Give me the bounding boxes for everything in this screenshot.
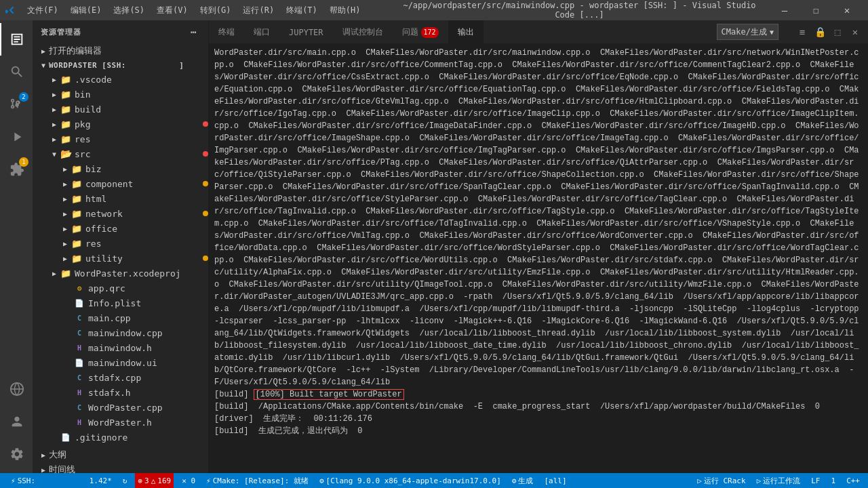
panel-list-icon[interactable]: ≡ bbox=[795, 24, 810, 39]
sidebar-item-mainwindow-h[interactable]: H mainwindow.h bbox=[33, 340, 208, 355]
statusbar-all[interactable]: [all] bbox=[541, 473, 569, 488]
menu-run[interactable]: 运行(R) bbox=[237, 3, 279, 18]
tab-debug-console[interactable]: 调试控制台 bbox=[333, 20, 393, 44]
accounts-activity-icon[interactable] bbox=[0, 405, 33, 438]
sidebar-item-biz[interactable]: ▶ 📁 biz bbox=[33, 161, 208, 176]
tab-ports[interactable]: 端口 bbox=[244, 20, 279, 44]
sidebar-item-wordpaster-root[interactable]: ▼ WORDPASTER [SSH: ] bbox=[33, 58, 208, 72]
sidebar-item-open-editors[interactable]: ▶ 打开的编辑器 bbox=[33, 43, 208, 58]
panel-lock-icon[interactable]: 🔒 bbox=[812, 24, 827, 39]
statusbar-run-crack[interactable]: ▷ 运行 CRack bbox=[694, 473, 748, 488]
statusbar-sync[interactable]: ↻ bbox=[120, 473, 130, 488]
modified-dot bbox=[203, 181, 208, 186]
sidebar-item-html[interactable]: ▶ 📁 html bbox=[33, 191, 208, 206]
menu-edit[interactable]: 编辑(E) bbox=[65, 3, 107, 18]
close-button[interactable]: ✕ bbox=[831, 0, 863, 20]
statusbar-all-label: [all] bbox=[544, 476, 566, 485]
run-activity-icon[interactable] bbox=[0, 121, 33, 153]
warning-icon: △ bbox=[151, 476, 156, 485]
statusbar-run-workflow[interactable]: ▷ 运行工作流 bbox=[754, 473, 804, 488]
source-control-activity-icon[interactable]: 2 bbox=[0, 88, 33, 121]
sidebar-item-stdafx-h[interactable]: H stdafx.h bbox=[33, 385, 208, 400]
menu-view[interactable]: 查看(V) bbox=[151, 3, 193, 18]
statusbar-lf-label: LF bbox=[811, 476, 820, 485]
sidebar-item-outline[interactable]: ▶ 大纲 bbox=[33, 447, 208, 462]
menu-help[interactable]: 帮助(H) bbox=[324, 3, 366, 18]
sidebar-item-wordpaster-h[interactable]: H WordPaster.h bbox=[33, 415, 208, 430]
sidebar-item-gitignore[interactable]: 📄 .gitignore bbox=[33, 430, 208, 445]
cmake-status-icon: ⚡ bbox=[206, 476, 211, 485]
cmake-dropdown[interactable]: CMake/生成 ▼ bbox=[717, 24, 778, 40]
tab-terminal-label: 终端 bbox=[218, 26, 235, 38]
statusbar-ssh[interactable]: ⚡ SSH: bbox=[5, 473, 81, 488]
sidebar-item-app-qrc[interactable]: ⚙ app.qrc bbox=[33, 281, 208, 296]
sidebar-item-network[interactable]: ▶ 📁 network bbox=[33, 206, 208, 221]
sidebar-item-vscode[interactable]: ▶ 📁 .vscode bbox=[33, 72, 208, 87]
sync-icon: ↻ bbox=[123, 476, 127, 485]
sidebar-item-res-root[interactable]: ▶ 📁 res bbox=[33, 131, 208, 146]
settings-activity-icon[interactable] bbox=[0, 438, 33, 470]
folder-icon: 📁 bbox=[60, 103, 72, 115]
tab-output[interactable]: 输出 bbox=[448, 20, 484, 44]
statusbar-cmake-status[interactable]: ⚡ CMake: [Release]: 就绪 bbox=[203, 473, 311, 488]
minimize-button[interactable]: — bbox=[769, 0, 800, 20]
sidebar-item-wordpaster-cpp[interactable]: C WordPaster.cpp bbox=[33, 400, 208, 415]
extensions-activity-icon[interactable]: 1 bbox=[0, 153, 33, 186]
sidebar-item-src[interactable]: ▼ 📂 src bbox=[33, 146, 208, 161]
output-panel[interactable]: WordPaster.dir/src/main.cpp.o CMakeFiles… bbox=[209, 44, 868, 473]
no-arrow bbox=[62, 342, 73, 353]
statusbar-clang-label: [Clang 9.0.0 x86_64-apple-darwin17.0.0] bbox=[326, 476, 501, 485]
sidebar-item-info-plist[interactable]: 📄 Info.plist bbox=[33, 296, 208, 310]
sidebar-item-main-cpp[interactable]: C main.cpp bbox=[33, 310, 208, 325]
sidebar-item-mainwindow-ui[interactable]: 📄 mainwindow.ui bbox=[33, 355, 208, 370]
tab-output-label: 输出 bbox=[458, 26, 474, 38]
sidebar-item-res[interactable]: ▶ 📁 res bbox=[33, 236, 208, 251]
sidebar-item-xcodeproj[interactable]: ▶ 📁 WordPaster.xcodeproj bbox=[33, 266, 208, 281]
no-arrow bbox=[62, 417, 73, 428]
statusbar-line-col[interactable]: 1 bbox=[829, 473, 839, 488]
statusbar-no-errors[interactable]: ✕ 0 bbox=[179, 473, 198, 488]
folder-icon: 📁 bbox=[71, 252, 83, 264]
menu-terminal[interactable]: 终端(T) bbox=[281, 3, 323, 18]
menu-file[interactable]: 文件(F) bbox=[22, 3, 64, 18]
component-label: component bbox=[85, 179, 200, 189]
new-file-icon[interactable]: ⋯ bbox=[188, 26, 200, 38]
tab-problems[interactable]: 问题 172 bbox=[393, 20, 448, 44]
build-label: build bbox=[75, 104, 208, 115]
sidebar-item-utility[interactable]: ▶ 📁 utility bbox=[33, 251, 208, 266]
statusbar-lf[interactable]: LF bbox=[808, 473, 823, 488]
titlebar: 文件(F) 编辑(E) 选择(S) 查看(V) 转到(G) 运行(R) 终端(T… bbox=[0, 0, 868, 20]
sidebar-item-pkg[interactable]: ▶ 📁 pkg bbox=[33, 117, 208, 131]
sidebar-item-stdafx-cpp[interactable]: C stdafx.cpp bbox=[33, 370, 208, 385]
sidebar-item-office[interactable]: ▶ 📁 office bbox=[33, 221, 208, 236]
panel-maximize-icon[interactable]: ⬚ bbox=[830, 24, 845, 39]
modified-dot bbox=[203, 121, 208, 127]
menu-goto[interactable]: 转到(G) bbox=[195, 3, 237, 18]
tab-terminal[interactable]: 终端 bbox=[209, 20, 244, 44]
statusbar-errors[interactable]: ⊗ 3 △ 169 bbox=[135, 473, 174, 488]
sidebar-item-bin[interactable]: ▶ 📁 bin bbox=[33, 87, 208, 102]
statusbar-clang[interactable]: ⚙ [Clang 9.0.0 x86_64-apple-darwin17.0.0… bbox=[317, 473, 504, 488]
maximize-button[interactable]: ☐ bbox=[800, 0, 831, 20]
error-icon: ⊗ bbox=[138, 476, 142, 485]
sidebar-item-component[interactable]: ▶ 📁 component bbox=[33, 176, 208, 191]
sidebar-item-timeline[interactable]: ▶ 时间线 bbox=[33, 462, 208, 473]
arrow-icon: ▶ bbox=[49, 268, 60, 279]
sidebar-item-mainwindow-cpp[interactable]: C mainwindow.cpp bbox=[33, 325, 208, 340]
arrow-icon: ▶ bbox=[49, 134, 60, 144]
menu-select[interactable]: 选择(S) bbox=[108, 3, 150, 18]
statusbar-build[interactable]: ⚙ 生成 bbox=[509, 473, 536, 488]
explorer-activity-icon[interactable] bbox=[0, 23, 33, 56]
search-activity-icon[interactable] bbox=[0, 56, 33, 88]
content-area: 终端 端口 JUPYTER 调试控制台 问题 172 输出 CMake/生成 bbox=[209, 20, 868, 473]
main-cpp-label: main.cpp bbox=[88, 313, 208, 323]
panel-close-icon[interactable]: ✕ bbox=[848, 24, 863, 39]
remote-activity-icon[interactable] bbox=[0, 373, 33, 405]
statusbar-version[interactable]: 1.42* bbox=[87, 473, 115, 488]
chevron-down-icon: ▼ bbox=[770, 28, 774, 36]
sidebar-item-build[interactable]: ▶ 📁 build bbox=[33, 102, 208, 117]
statusbar-language[interactable]: C++ bbox=[844, 473, 863, 488]
tab-jupyter[interactable]: JUPYTER bbox=[279, 20, 333, 44]
statusbar-line-col-label: 1 bbox=[831, 476, 836, 485]
statusbar-run-workflow-label: 运行工作流 bbox=[763, 476, 800, 486]
